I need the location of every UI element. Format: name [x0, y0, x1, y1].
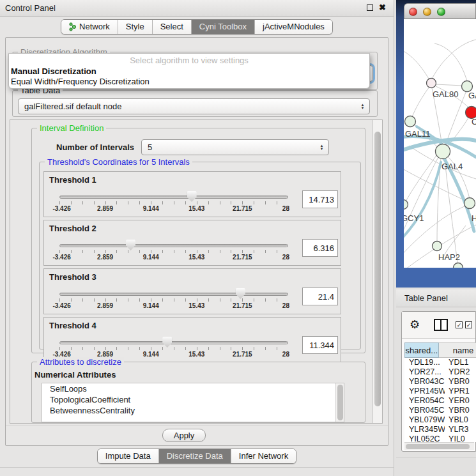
table-row[interactable]: YBR043C YBR0 [404, 377, 476, 387]
cell-name: YBL0 [445, 415, 476, 425]
tab-style[interactable]: Style [118, 20, 152, 34]
table-row[interactable]: YIL052C YIL0 [404, 434, 476, 442]
table-body: YDL19... YDL1 YDR27... YDR2 YBR043C YBR0… [404, 358, 476, 442]
table-row[interactable]: YBR045C YBR0 [404, 406, 476, 415]
algorithm-option-manual[interactable]: Manual Discretization [11, 66, 96, 76]
tab-select[interactable]: Select [152, 20, 191, 34]
close-icon[interactable]: ✖ [379, 3, 386, 12]
cell-shared-name: YER054C [404, 396, 445, 406]
gear-icon[interactable]: ⚙ [410, 318, 420, 332]
table-row[interactable]: YDL19... YDL1 [404, 358, 476, 367]
tab-cyni-toolbox-label: Cyni Toolbox [199, 22, 247, 31]
list-item[interactable]: BetweennessCentrality [42, 405, 344, 416]
list-item[interactable]: TopologicalCoefficient [42, 394, 344, 405]
slider-handle[interactable] [162, 337, 172, 348]
close-traffic-light-icon[interactable] [409, 8, 417, 16]
list-scrollbar[interactable] [335, 383, 344, 422]
threshold-2-slider[interactable] [59, 243, 288, 249]
slider-handle[interactable] [187, 191, 197, 202]
network-canvas[interactable]: GAL80 GA C GAL11 GAL4 GCY1 H HAP2 [404, 19, 476, 268]
settings-vertical-scrollbar[interactable] [372, 120, 382, 423]
node-h[interactable] [464, 198, 475, 209]
discretize-settings-panel: Discretization Algorithm Select algorith… [5, 37, 388, 446]
list-item[interactable]: SelfLoops [42, 383, 344, 394]
columns-icon[interactable] [434, 319, 448, 331]
tab-style-label: Style [126, 22, 144, 31]
tick-label: 15.43 [188, 302, 204, 309]
tab-discretize-data[interactable]: Discretize Data [158, 449, 231, 463]
node-gal80[interactable] [427, 79, 436, 88]
node-hap2[interactable] [433, 242, 442, 251]
attributes-to-discretize-group: Attributes to discretize Numerical Attri… [31, 362, 365, 423]
number-of-intervals-combobox[interactable]: 5 ▲▼ [141, 139, 329, 155]
threshold-3-slider[interactable] [59, 292, 288, 297]
table-row[interactable]: YLR345W YLR3 [404, 425, 476, 434]
checkbox-icon[interactable]: ✓ [456, 321, 463, 328]
tab-jactivemnodules[interactable]: jActiveMNodules [254, 20, 332, 34]
tick-label: -3.426 [52, 254, 70, 261]
slider-tick-labels: -3.426 2.859 9.144 15.43 21.715 28 [59, 205, 288, 213]
tick-label: 9.144 [143, 254, 159, 261]
tab-select-label: Select [160, 22, 183, 31]
zoom-traffic-light-icon[interactable] [437, 8, 445, 16]
threshold-1-label: Threshold 1 [49, 175, 96, 185]
table-data-selected-value: galFiltered.sif default node [24, 102, 121, 111]
slider-handle[interactable] [236, 288, 245, 299]
tick-label: 21.715 [233, 351, 252, 358]
threshold-4-value-field[interactable]: 11.344 [302, 336, 338, 354]
cell-name: YBR0 [445, 377, 476, 387]
cell-name: YER0 [445, 396, 476, 406]
numerical-attributes-list[interactable]: SelfLoops TopologicalCoefficient Between… [42, 383, 344, 422]
tick-label: 9.144 [143, 205, 159, 212]
table-data-combobox[interactable]: galFiltered.sif default node ▲▼ [18, 98, 370, 114]
algorithm-option-equal-width[interactable]: Equal Width/Frequency Discretization [11, 77, 150, 86]
panel-title: Control Panel [5, 3, 56, 13]
threshold-1-slider[interactable] [59, 195, 288, 200]
checkbox-icon[interactable]: ✓ [465, 321, 472, 328]
float-window-icon[interactable] [367, 4, 373, 11]
cell-shared-name: YBR043C [404, 377, 445, 387]
algorithm-placeholder-option[interactable]: Select algorithm to view settings [9, 56, 369, 65]
table-data-group: Table Data galFiltered.sif default node … [12, 90, 378, 117]
node-gal4[interactable] [436, 144, 450, 159]
threshold-4-label: Threshold 4 [49, 321, 96, 330]
tick-label: 9.144 [143, 351, 159, 358]
tab-cyni-toolbox[interactable]: Cyni Toolbox [191, 20, 254, 34]
node-label: HAP2 [438, 252, 460, 262]
table-row[interactable]: YER054C YER0 [404, 396, 476, 406]
bottom-tab-row: Impute Data Discretize Data Infer Networ… [0, 449, 394, 464]
control-panel: Control Panel ✖ Network Style [0, 0, 394, 476]
threshold-4-slider[interactable] [59, 341, 288, 346]
tick-label: 15.43 [188, 254, 204, 261]
node-gcy1[interactable] [404, 200, 408, 210]
column-header-shared-name[interactable]: shared... [404, 342, 439, 358]
threshold-3-value-field[interactable]: 21.4 [302, 288, 338, 305]
table-row[interactable]: YPR145W YPR1 [404, 387, 476, 396]
tab-impute-data[interactable]: Impute Data [98, 449, 158, 463]
tab-network[interactable]: Network [61, 20, 118, 34]
settings-scroll-area: Interval Definition Number of Intervals … [10, 119, 383, 424]
tab-infer-network[interactable]: Infer Network [231, 449, 296, 463]
number-of-intervals-value: 5 [148, 142, 152, 152]
top-tab-row: Network Style Select Cyni Toolbox jActiv… [0, 19, 394, 35]
slider-handle[interactable] [126, 240, 135, 250]
threshold-1-value-field[interactable]: 14.713 [302, 190, 338, 208]
numerical-attributes-label: Numerical Attributes [35, 370, 116, 380]
table-row[interactable]: YDR27... YDR2 [404, 367, 476, 377]
table-row[interactable]: YBL079W YBL0 [404, 415, 476, 425]
table-horizontal-scrollbar[interactable] [404, 442, 474, 450]
tick-label: 2.859 [97, 302, 113, 309]
apply-button[interactable]: Apply [162, 429, 206, 442]
minimize-traffic-light-icon[interactable] [423, 8, 431, 16]
interval-definition-group-label: Interval Definition [37, 123, 106, 133]
apply-row: Apply [6, 425, 388, 445]
column-header-name[interactable]: name [439, 342, 476, 358]
threshold-coordinates-group: Threshold's Coordinates for 5 Intervals … [39, 162, 361, 349]
threshold-3-label: Threshold 3 [49, 272, 96, 282]
node-gal11[interactable] [405, 116, 416, 127]
node-top-right[interactable] [462, 81, 473, 92]
tab-impute-data-label: Impute Data [105, 451, 151, 461]
node-bottom-partial[interactable] [454, 263, 463, 268]
network-window-titlebar[interactable] [404, 3, 476, 19]
threshold-2-value-field[interactable]: 6.316 [302, 239, 338, 257]
